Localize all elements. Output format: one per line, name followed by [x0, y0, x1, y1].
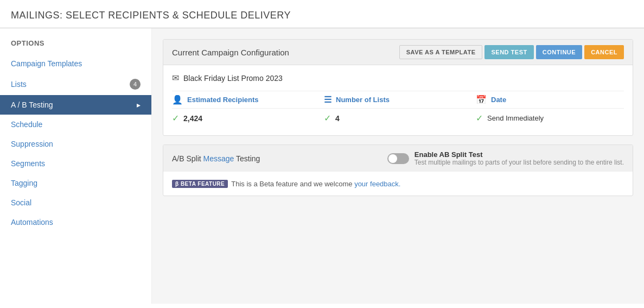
ab-enable-desc: Test multiple mailings to parts of your …: [415, 159, 624, 166]
header-buttons: SAVE AS A TEMPLATE SEND TEST CONTINUE CA…: [399, 45, 624, 59]
sidebar-item-schedule[interactable]: Schedule: [0, 115, 151, 134]
sidebar-item-social[interactable]: Social: [0, 193, 151, 212]
ab-enable-label: Enable AB Split Test: [415, 150, 483, 159]
sidebar-item-label: Automations: [11, 218, 53, 227]
sidebar-item-tagging[interactable]: Tagging: [0, 173, 151, 193]
sidebar: OPTIONS Campaign Templates Lists 4 A / B…: [0, 28, 152, 304]
beta-badge: β BETA FEATURE This is a Beta feature an…: [172, 180, 400, 188]
continue-button[interactable]: CONTINUE: [536, 45, 582, 59]
ab-card-header: A/B Split Message Testing Enable AB Spli…: [163, 145, 633, 172]
sidebar-item-ab-testing[interactable]: A / B Testing ▸: [0, 95, 151, 115]
lists-check-icon: ✓: [324, 113, 331, 123]
beta-feedback-link[interactable]: your feedback.: [354, 180, 400, 188]
date-label: Date: [491, 96, 506, 104]
recipients-value-col: ✓ 2,424: [172, 113, 324, 123]
ab-title-start: A/B Split: [172, 154, 203, 163]
lists-badge: 4: [130, 79, 141, 90]
campaign-name-row: ✉ Black Friday List Promo 2023: [172, 73, 624, 83]
page-title: MAILINGS: SELECT RECIPIENTS & SCHEDULE D…: [11, 10, 633, 21]
lists-value-col: ✓ 4: [324, 113, 476, 123]
sidebar-item-label: Tagging: [11, 179, 37, 187]
ab-title-highlight: Message: [203, 154, 234, 163]
ab-title-end: Testing: [234, 154, 260, 163]
main-layout: OPTIONS Campaign Templates Lists 4 A / B…: [0, 28, 644, 304]
ab-card-body: β BETA FEATURE This is a Beta feature an…: [163, 172, 633, 196]
ab-card-title: A/B Split Message Testing: [172, 154, 260, 163]
sidebar-item-suppression[interactable]: Suppression: [0, 134, 151, 154]
beta-text-start: This is a Beta feature and we welcome: [231, 180, 354, 188]
ab-testing-card: A/B Split Message Testing Enable AB Spli…: [163, 144, 633, 196]
recipients-value: 2,424: [183, 114, 202, 123]
sidebar-item-label: Suppression: [11, 140, 53, 148]
recipients-label: Estimated Recipients: [187, 96, 259, 104]
card-header: Current Campaign Configuration SAVE AS A…: [163, 40, 633, 65]
mail-icon: ✉: [172, 73, 179, 83]
ab-enable-right: Enable AB Split Test Test multiple maili…: [415, 150, 624, 166]
sidebar-item-automations[interactable]: Automations: [0, 212, 151, 232]
sidebar-item-campaign-templates[interactable]: Campaign Templates: [0, 54, 151, 73]
person-icon: 👤: [172, 95, 183, 105]
sidebar-section-label: OPTIONS: [0, 39, 151, 54]
page-header: MAILINGS: SELECT RECIPIENTS & SCHEDULE D…: [0, 0, 644, 28]
date-header: 📅 Date: [476, 95, 624, 105]
beta-text: This is a Beta feature and we welcome yo…: [231, 180, 400, 188]
send-test-button[interactable]: SEND TEST: [484, 45, 533, 59]
card-header-title: Current Campaign Configuration: [172, 48, 289, 57]
main-content: Current Campaign Configuration SAVE AS A…: [152, 28, 644, 304]
save-as-template-button[interactable]: SAVE AS A TEMPLATE: [399, 45, 483, 59]
beta-tag: β BETA FEATURE: [172, 180, 228, 188]
ab-split-toggle[interactable]: [387, 153, 409, 164]
sidebar-item-label: Segments: [11, 159, 45, 168]
calendar-icon: 📅: [476, 95, 487, 105]
sidebar-item-label: Lists: [11, 80, 27, 89]
recipients-check-icon: ✓: [172, 113, 179, 123]
sidebar-item-label: Social: [11, 198, 31, 207]
stats-header: 👤 Estimated Recipients ☰ Number of Lists…: [172, 91, 624, 108]
lists-value: 4: [335, 114, 340, 123]
sidebar-item-segments[interactable]: Segments: [0, 154, 151, 173]
date-check-icon: ✓: [476, 113, 483, 123]
campaign-config-card: Current Campaign Configuration SAVE AS A…: [163, 39, 633, 136]
chevron-right-icon: ▸: [137, 100, 141, 109]
sidebar-item-label: Campaign Templates: [11, 59, 82, 68]
date-value-col: ✓ Send Immediately: [476, 113, 624, 123]
date-value: Send Immediately: [487, 114, 544, 122]
list-icon: ☰: [324, 95, 331, 105]
cancel-button[interactable]: CANCEL: [584, 45, 624, 59]
sidebar-item-lists[interactable]: Lists 4: [0, 73, 151, 95]
sidebar-item-label: A / B Testing: [11, 100, 53, 109]
sidebar-item-label: Schedule: [11, 120, 42, 129]
recipients-header: 👤 Estimated Recipients: [172, 95, 324, 105]
campaign-config-body: ✉ Black Friday List Promo 2023 👤 Estimat…: [163, 65, 633, 135]
campaign-name: Black Friday List Promo 2023: [183, 74, 283, 83]
stats-values: ✓ 2,424 ✓ 4 ✓ Send Immediately: [172, 108, 624, 128]
ab-enable-section: Enable AB Split Test Test multiple maili…: [387, 150, 624, 166]
lists-label: Number of Lists: [336, 96, 390, 104]
lists-header: ☰ Number of Lists: [324, 95, 476, 105]
